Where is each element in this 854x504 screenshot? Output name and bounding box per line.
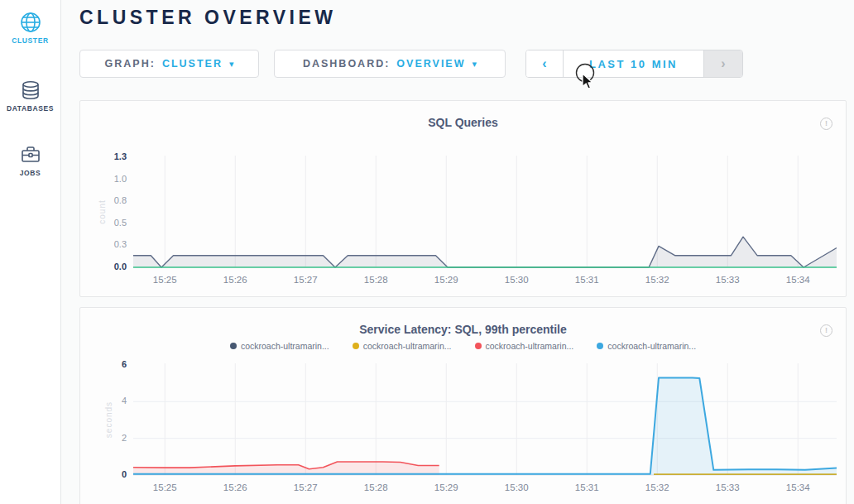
legend-label: cockroach-ultramarin...	[363, 341, 452, 351]
chart-canvas[interactable]	[133, 154, 837, 270]
x-tick-label: 15:34	[775, 275, 821, 285]
sql-queries-panel: SQL Queries ! count 0.00.30.50.81.01.315…	[79, 100, 847, 297]
service-latency-panel: Service Latency: SQL, 99th percentile ! …	[79, 307, 847, 504]
legend-label: cockroach-ultramarin...	[241, 341, 329, 351]
chart-canvas[interactable]	[133, 362, 837, 478]
legend-dot-icon	[353, 343, 359, 349]
x-tick-label: 15:26	[212, 482, 258, 492]
y-tick-label: 1.0	[84, 174, 127, 184]
sql-queries-chart[interactable]: count 0.00.30.50.81.01.315:2515:2615:271…	[133, 154, 837, 270]
y-tick-label: 6	[84, 359, 127, 369]
x-tick-label: 15:30	[493, 482, 540, 492]
legend-dot-icon	[230, 343, 237, 349]
chart-title: SQL Queries	[80, 116, 846, 129]
y-tick-label: 0	[84, 469, 127, 479]
time-range-next-button: ›	[703, 50, 742, 77]
y-tick-label: 2	[84, 433, 127, 443]
sidebar: CLUSTER DATABASES JOBS	[0, 0, 61, 504]
x-tick-label: 15:25	[142, 482, 188, 492]
legend-item[interactable]: cockroach-ultramarin...	[353, 341, 452, 351]
info-icon[interactable]: !	[820, 118, 832, 130]
briefcase-icon	[20, 144, 41, 166]
chart-title: Service Latency: SQL, 99th percentile	[80, 323, 846, 336]
y-tick-label: 1.3	[84, 151, 127, 161]
time-range-selector: ‹ LAST 10 MIN ›	[525, 50, 743, 78]
time-range-label-button[interactable]: LAST 10 MIN	[564, 50, 703, 77]
time-range-prev-button[interactable]: ‹	[526, 50, 564, 77]
x-tick-label: 15:33	[704, 482, 751, 492]
sidebar-item-label: JOBS	[0, 169, 60, 177]
legend-label: cockroach-ultramarin...	[486, 341, 574, 351]
legend-dot-icon	[597, 343, 603, 349]
legend-dot-icon	[475, 343, 482, 349]
x-tick-label: 15:33	[704, 275, 751, 285]
series-line-latency-node-blue	[133, 378, 837, 474]
y-tick-label: 0.5	[84, 218, 127, 228]
graph-dropdown-value: CLUSTER	[162, 58, 223, 70]
sidebar-item-cluster[interactable]: CLUSTER	[0, 0, 60, 45]
x-tick-label: 15:29	[423, 482, 469, 492]
page-title: CLUSTER OVERVIEW	[79, 7, 337, 29]
x-tick-label: 15:26	[212, 275, 258, 285]
y-tick-label: 4	[84, 396, 127, 406]
chevron-down-icon: ▾	[473, 59, 477, 70]
y-tick-label: 0.3	[84, 239, 127, 249]
graph-dropdown[interactable]: GRAPH: CLUSTER ▾	[79, 50, 259, 78]
graph-dropdown-label: GRAPH:	[105, 58, 156, 70]
x-tick-label: 15:31	[564, 275, 610, 285]
database-icon	[20, 79, 41, 101]
service-latency-chart[interactable]: seconds 024615:2515:2615:2715:2815:2915:…	[133, 362, 837, 478]
legend-item[interactable]: cockroach-ultramarin...	[230, 341, 329, 351]
dashboard-dropdown[interactable]: DASHBOARD: OVERVIEW ▾	[274, 50, 506, 78]
dashboard-dropdown-label: DASHBOARD:	[303, 58, 390, 70]
y-tick-label: 0.8	[84, 195, 127, 205]
x-tick-label: 15:31	[564, 482, 610, 492]
x-tick-label: 15:32	[634, 482, 680, 492]
sidebar-item-jobs[interactable]: JOBS	[0, 113, 60, 177]
x-tick-label: 15:30	[493, 275, 540, 285]
sidebar-item-databases[interactable]: DATABASES	[0, 45, 60, 113]
x-tick-label: 15:27	[282, 482, 329, 492]
chevron-down-icon: ▾	[229, 59, 234, 70]
x-tick-label: 15:28	[353, 482, 399, 492]
y-tick-label: 0.0	[84, 262, 127, 271]
controls-row: GRAPH: CLUSTER ▾ DASHBOARD: OVERVIEW ▾ ‹…	[79, 50, 743, 78]
x-tick-label: 15:25	[142, 275, 188, 285]
sidebar-item-label: CLUSTER	[0, 36, 60, 45]
x-tick-label: 15:32	[634, 275, 680, 285]
legend-item[interactable]: cockroach-ultramarin...	[597, 341, 696, 351]
sidebar-item-label: DATABASES	[0, 104, 60, 113]
info-icon[interactable]: !	[820, 324, 832, 337]
x-tick-label: 15:29	[423, 275, 469, 285]
x-tick-label: 15:34	[775, 482, 821, 492]
legend-item[interactable]: cockroach-ultramarin...	[475, 341, 574, 351]
chart-legend: cockroach-ultramarin...cockroach-ultrama…	[80, 341, 846, 351]
globe-icon	[20, 12, 41, 33]
x-tick-label: 15:27	[282, 275, 329, 285]
legend-label: cockroach-ultramarin...	[607, 341, 696, 351]
dashboard-dropdown-value: OVERVIEW	[396, 58, 465, 70]
x-tick-label: 15:28	[353, 275, 399, 285]
